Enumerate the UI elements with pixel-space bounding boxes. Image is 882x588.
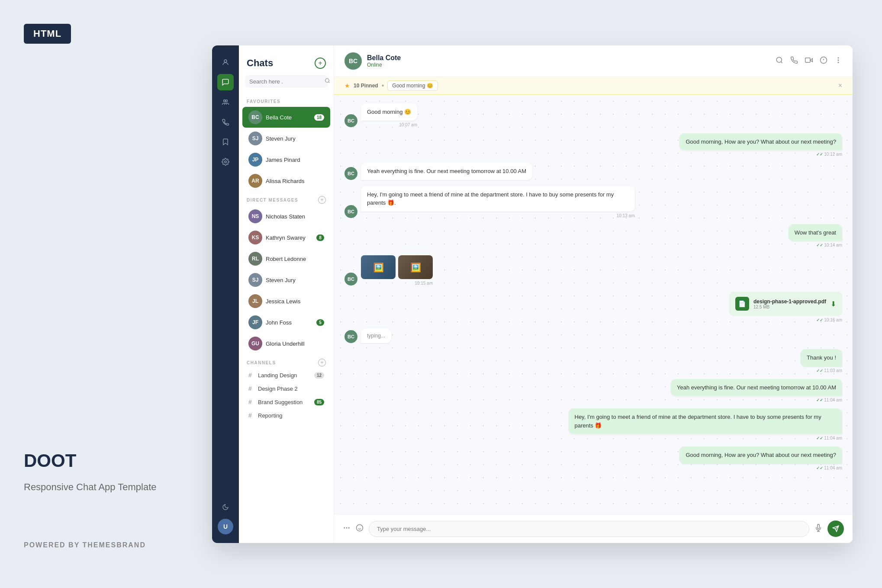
more-options-button[interactable] — [834, 56, 842, 66]
pinned-bar: ★ 10 Pinned • Good morning 😊 × — [334, 77, 853, 95]
dm-avatar: GU — [248, 337, 262, 350]
chat-contact-avatar: BC — [344, 52, 362, 70]
channel-hash-icon: # — [248, 412, 255, 419]
message-row: Good morning, How are you? What about ou… — [344, 447, 842, 470]
dm-item-robert-ledonne[interactable]: RL Robert Ledonne — [242, 248, 330, 269]
svg-point-15 — [838, 62, 839, 63]
sidebar-icon-profile[interactable] — [217, 54, 234, 71]
chat-avatar: JP — [248, 153, 262, 167]
message-image-1[interactable]: 🖼️ — [361, 255, 396, 279]
dm-avatar: NS — [248, 209, 262, 223]
svg-point-17 — [349, 527, 350, 528]
new-chat-button[interactable]: + — [315, 58, 326, 69]
message-content: Hey, I'm going to meet a friend of mine … — [361, 186, 635, 218]
dm-name: Steven Jury — [266, 277, 324, 283]
svg-point-19 — [357, 524, 363, 531]
direct-messages-header: DIRECT MESSAGES + — [239, 192, 334, 206]
chat-list-title: Chats — [247, 58, 273, 69]
chat-item-james-pinard[interactable]: JP James Pinard — [242, 149, 330, 170]
svg-marker-8 — [810, 58, 812, 62]
dm-item-kathryn-swarey[interactable]: KS Kathryn Swarey 8 — [242, 227, 330, 248]
more-input-button[interactable] — [343, 524, 351, 534]
sidebar-icon-group[interactable] — [217, 94, 234, 110]
chat-main: BC Bella Cote Online — [334, 45, 853, 543]
channel-item-design-phase-2[interactable]: # Design Phase 2 — [242, 382, 330, 395]
add-channel-button[interactable]: + — [318, 359, 326, 366]
user-avatar[interactable]: U — [218, 519, 233, 534]
channel-badge: 85 — [314, 399, 324, 405]
message-row: BC typing... — [344, 328, 842, 343]
channels-header: CHANNELS + — [239, 354, 334, 368]
chat-badge: 18 — [314, 114, 324, 121]
message-row: Wow that's great ✓✓10:14 am — [344, 224, 842, 248]
message-row: BC Good morning 😊 10:07 am — [344, 103, 842, 127]
sidebar-icon-bookmark[interactable] — [217, 134, 234, 150]
chat-item-bella-cote[interactable]: BC Bella Cote 18 — [242, 107, 330, 128]
pinned-close-button[interactable]: × — [838, 82, 842, 90]
svg-rect-9 — [805, 58, 810, 62]
message-content: Good morning 😊 10:07 am — [361, 103, 417, 127]
dm-item-john-foss[interactable]: JF John Foss 5 — [242, 312, 330, 333]
sidebar-icon-settings[interactable] — [217, 154, 234, 170]
message-bubble: Wow that's great — [789, 224, 842, 241]
svg-point-13 — [838, 58, 839, 58]
message-time: 10:15 am — [361, 281, 433, 286]
sidebar-icon-moon[interactable] — [217, 499, 234, 515]
message-content: Good morning, How are you? What about ou… — [679, 133, 842, 157]
chat-name: Alissa Richards — [266, 178, 324, 184]
info-button[interactable] — [820, 56, 827, 66]
message-row: 📄 design-phase-1-approved.pdf 12.5 MB ⬇ … — [344, 292, 842, 322]
file-name: design-phase-1-approved.pdf — [753, 299, 826, 305]
video-button[interactable] — [805, 56, 813, 66]
pinned-preview[interactable]: Good morning 😊 — [387, 80, 438, 91]
chat-header-actions — [776, 56, 842, 66]
message-input[interactable] — [369, 521, 809, 537]
message-image-2[interactable]: 🖼️ — [398, 255, 433, 279]
message-avatar: BC — [344, 167, 357, 180]
dm-item-nicholas-staten[interactable]: NS Nicholas Staten — [242, 206, 330, 227]
microphone-button[interactable] — [814, 524, 822, 534]
channel-hash-icon: # — [248, 372, 255, 379]
message-row: Thank you ! ✓✓11:03 am — [344, 349, 842, 373]
message-bubble: Hey, I'm going to meet a friend of mine … — [569, 408, 843, 434]
message-bubble: Hey, I'm going to meet a friend of mine … — [361, 186, 635, 212]
file-download-button[interactable]: ⬇ — [830, 300, 836, 308]
message-content: Thank you ! ✓✓11:03 am — [801, 349, 842, 373]
chat-list-panel: Chats + FAVOURITES BC Bella Cote 18 SJ S… — [239, 45, 334, 543]
dm-name: Robert Ledonne — [266, 256, 324, 262]
search-input[interactable] — [249, 78, 322, 85]
send-button[interactable] — [827, 521, 844, 537]
search-chat-button[interactable] — [776, 56, 783, 66]
dm-avatar: SJ — [248, 273, 262, 287]
dm-badge: 5 — [316, 319, 324, 326]
chat-name: Bella Cote — [266, 114, 311, 121]
call-button[interactable] — [790, 56, 798, 66]
chat-name: Steven Jury — [266, 135, 324, 142]
dm-item-gloria-underhill[interactable]: GU Gloria Underhill — [242, 333, 330, 354]
message-time: ✓✓11:04 am — [671, 398, 842, 402]
sidebar-icon-chat[interactable] — [217, 74, 234, 90]
message-avatar: BC — [344, 205, 357, 218]
message-time: 10:07 am — [361, 122, 417, 127]
svg-point-4 — [325, 79, 329, 83]
dm-item-steven-jury[interactable]: SJ Steven Jury — [242, 270, 330, 290]
dm-item-jessica-lewis[interactable]: JL Jessica Lewis — [242, 291, 330, 312]
channel-item-landing-design[interactable]: # Landing Design 12 — [242, 369, 330, 382]
favourites-list: BC Bella Cote 18 SJ Steven Jury JP James… — [239, 107, 334, 191]
channel-item-reporting[interactable]: # Reporting — [242, 409, 330, 422]
svg-point-16 — [346, 527, 347, 528]
svg-point-0 — [224, 60, 227, 62]
sidebar-icon-phone[interactable] — [217, 114, 234, 130]
channel-item-brand-suggestion[interactable]: # Brand Suggestion 85 — [242, 395, 330, 408]
dm-badge: 8 — [316, 235, 324, 241]
chat-item-steven-jury[interactable]: SJ Steven Jury — [242, 128, 330, 149]
chat-item-alissa-richards[interactable]: AR Alissa Richards — [242, 170, 330, 191]
chat-avatar: AR — [248, 174, 262, 188]
message-content: Good morning, How are you? What about ou… — [679, 447, 842, 470]
search-box — [245, 75, 328, 88]
direct-messages-list: NS Nicholas Staten KS Kathryn Swarey 8 R… — [239, 206, 334, 354]
add-direct-message-button[interactable]: + — [318, 196, 326, 204]
emoji-button[interactable] — [356, 524, 364, 534]
channel-badge: 12 — [314, 372, 324, 379]
chat-avatar: SJ — [248, 132, 262, 145]
